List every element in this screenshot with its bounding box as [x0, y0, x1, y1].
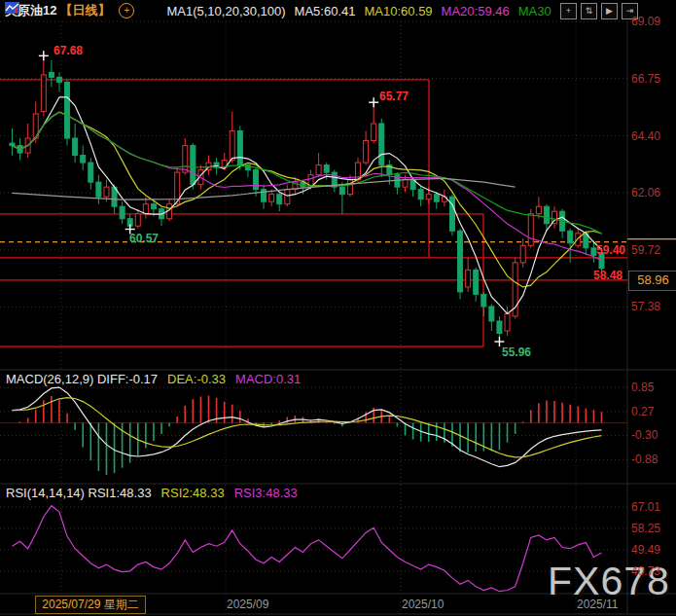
- macd-header: MACD(26,12,9) DIFF:-0.17 DEA:-0.33 MACD:…: [6, 372, 301, 386]
- candle-body: [104, 187, 109, 197]
- candle-body: [269, 195, 274, 202]
- macd-axis-label: -0.30: [631, 428, 658, 442]
- candle-body: [324, 165, 329, 173]
- swing-low-label: 60.57: [129, 232, 159, 245]
- rsi3-value: RSI3:48.33: [234, 486, 298, 500]
- macd-dea-value: DEA:-0.33: [167, 372, 226, 386]
- candle-body: [481, 294, 486, 307]
- candle-body: [49, 72, 53, 77]
- main-axis-label: 64.40: [631, 129, 660, 143]
- rsi2-value: RSI2:48.33: [161, 486, 225, 500]
- macd-dea-line: [13, 398, 602, 457]
- candle-body: [237, 131, 242, 165]
- candle-body: [96, 182, 101, 197]
- candle-body: [489, 307, 494, 321]
- candle-body: [73, 138, 78, 156]
- candle-body: [65, 82, 70, 138]
- play-forward-icon[interactable]: ▶: [601, 3, 618, 19]
- candle-body: [458, 231, 463, 292]
- main-axis-label: 69.09: [631, 15, 660, 28]
- swing-low-label: 55.96: [502, 345, 531, 359]
- candle-body: [191, 146, 196, 185]
- swing-high-label: 67.68: [53, 44, 83, 57]
- main-axis-label: 66.75: [631, 72, 660, 86]
- macd-axis-label: -0.88: [631, 453, 658, 466]
- candle-body: [520, 245, 525, 263]
- rsi-header: RSI(14,14,14) RSI1:48.33 RSI2:48.33 RSI3…: [6, 486, 298, 500]
- candle-body: [449, 197, 454, 231]
- pan-crosshair-icon[interactable]: +: [560, 3, 577, 19]
- candle-body: [418, 190, 423, 199]
- candle-body: [56, 77, 61, 82]
- candle-body: [120, 206, 125, 219]
- ma10-line: [13, 112, 602, 287]
- time-axis-label[interactable]: 2025/10: [402, 598, 444, 611]
- main-axis-label: 62.06: [631, 186, 660, 199]
- rsi-axis-label: 67.01: [631, 500, 660, 514]
- candle-body: [81, 156, 86, 163]
- time-axis-label[interactable]: 2025/09: [227, 598, 268, 611]
- candle-body: [285, 190, 290, 204]
- rsi-axis-label: 58.25: [631, 522, 660, 535]
- candle-body: [347, 180, 352, 195]
- candle-body: [10, 143, 15, 146]
- ma-settings-label[interactable]: MA1(5,10,20,30,100): [166, 4, 285, 18]
- chart-window: 美原油12 【日线】 + MA1(5,10,20,30,100) MA5:60.…: [0, 0, 676, 616]
- candle-body: [364, 141, 369, 163]
- candle-body: [316, 165, 321, 175]
- current-price-axis-label: 58.96: [628, 271, 676, 291]
- candle-body: [544, 206, 549, 224]
- main-axis-label: 57.38: [631, 300, 660, 313]
- rsi1-value: RSI1:48.33: [89, 486, 152, 500]
- rsi-line: [13, 506, 602, 592]
- ma20-value-label: MA20:59.46: [442, 4, 510, 18]
- crosshair-toggle-icon[interactable]: +: [119, 3, 134, 18]
- candle-body: [143, 204, 148, 214]
- rsi-axis-label: 49.49: [631, 543, 660, 557]
- rsi-axis-label: 40.73: [631, 564, 660, 578]
- zoom-axis-icon[interactable]: ⇅: [581, 3, 597, 19]
- candle-body: [426, 195, 431, 199]
- candle-body: [466, 270, 471, 287]
- candle-body: [230, 131, 234, 161]
- main-header: 美原油12 【日线】 + MA1(5,10,20,30,100) MA5:60.…: [5, 2, 551, 19]
- ma5-value-label: MA5:60.41: [295, 4, 356, 18]
- candle-body: [89, 163, 93, 182]
- candle-body: [183, 146, 188, 173]
- period-label[interactable]: 【日线】: [59, 2, 110, 19]
- macd-axis-label: 0.85: [631, 380, 654, 394]
- candle-body: [253, 170, 258, 190]
- candle-body: [434, 195, 439, 202]
- candle-body: [497, 321, 502, 334]
- macd-params-label[interactable]: MACD(26,12,9) DIFF:-0.17: [6, 372, 158, 386]
- ma30-value-label: MA30: [518, 4, 551, 18]
- kline-chart-icon[interactable]: [143, 5, 158, 17]
- candle-body: [474, 270, 479, 294]
- candle-body: [536, 206, 541, 214]
- ma30-line: [13, 112, 602, 234]
- candle-body: [262, 190, 267, 202]
- swing-high-label: 65.77: [379, 90, 409, 103]
- highlighted-date-label[interactable]: 2025/07/29 星期二: [35, 596, 146, 614]
- candle-body: [576, 234, 581, 246]
- macd-hist-value: MACD:0.31: [235, 372, 301, 386]
- candle-body: [379, 124, 384, 165]
- candle-body: [568, 231, 573, 243]
- candle-body: [135, 214, 140, 227]
- candle-body: [505, 313, 510, 331]
- candle-body: [403, 180, 408, 188]
- candle-body: [151, 204, 156, 209]
- macd-diff-line: [13, 387, 602, 467]
- candle-body: [277, 195, 282, 204]
- ma10-value-label: MA10:60.59: [364, 4, 432, 18]
- chart-toolbar: + ⇅ ▶ ⇥: [560, 3, 638, 19]
- support-line-label: 58.48: [593, 269, 623, 282]
- macd-axis-label: 0.27: [631, 405, 654, 418]
- support-line-label: 59.40: [596, 243, 625, 257]
- candle-body: [528, 214, 533, 246]
- candle-body: [41, 75, 46, 112]
- time-axis-label[interactable]: 2025/11: [577, 598, 619, 611]
- main-axis-label: 59.72: [631, 243, 660, 257]
- rsi-params-label[interactable]: RSI(14,14,14) RSI1:48.33: [6, 486, 152, 500]
- candle-body: [339, 187, 344, 195]
